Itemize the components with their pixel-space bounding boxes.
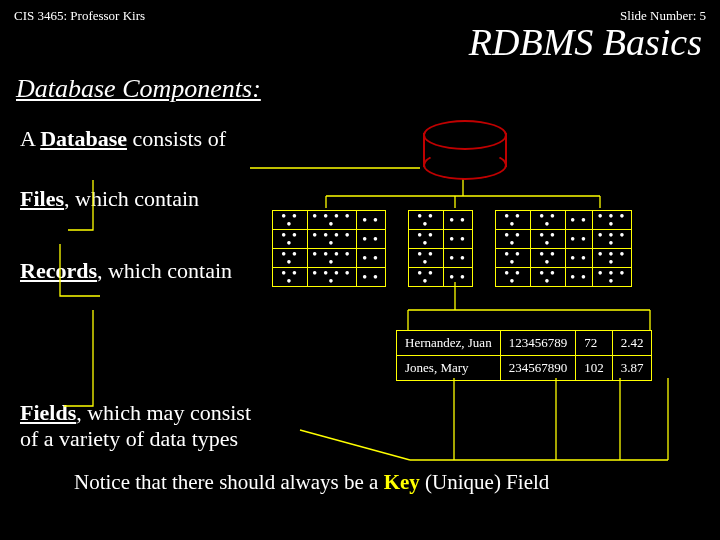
svg-line-15 — [300, 430, 410, 460]
records-table: Hernandez, Juan 123456789 72 2.42 Jones,… — [396, 330, 652, 381]
slide-title: RDBMS Basics — [0, 20, 720, 64]
files-illustration: ● ● ●● ● ● ● ●● ● ● ● ●● ● ● ● ●● ● ● ● … — [272, 210, 632, 287]
section-heading: Database Components: — [0, 74, 720, 104]
course-label: CIS 3465: Professor Kirs — [14, 8, 145, 24]
file-table-3: ● ● ●● ● ●● ●● ● ● ● ● ● ●● ● ●● ●● ● ● … — [495, 210, 632, 287]
database-line: A Database consists of — [0, 126, 720, 152]
table-row: Hernandez, Juan 123456789 72 2.42 — [397, 331, 652, 356]
file-table-2: ● ● ●● ● ● ● ●● ● ● ● ●● ● ● ● ●● ● — [408, 210, 473, 287]
table-row: Jones, Mary 234567890 102 3.87 — [397, 356, 652, 381]
database-cylinder-icon — [423, 120, 503, 170]
fields-line: Fields, which may consist of a variety o… — [20, 400, 251, 452]
files-line: Files, which contain — [0, 186, 720, 212]
notice-line: Notice that there should always be a Key… — [74, 470, 549, 495]
file-table-1: ● ● ●● ● ● ● ●● ● ● ● ●● ● ● ● ●● ● ● ● … — [272, 210, 386, 287]
